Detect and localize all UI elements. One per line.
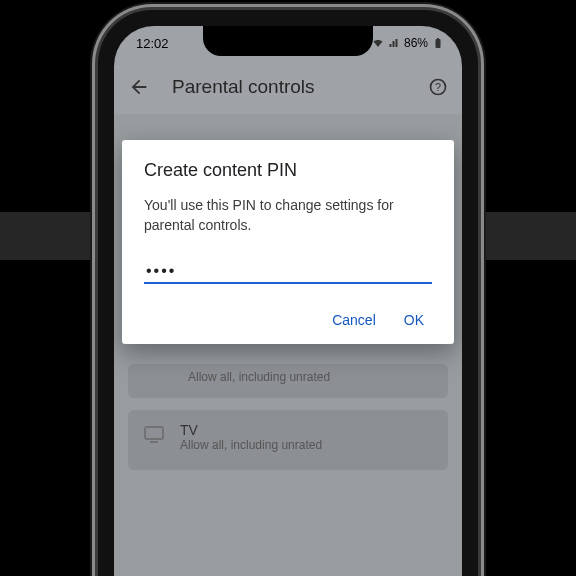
- tv-label: TV: [180, 422, 322, 438]
- back-button[interactable]: [128, 76, 150, 98]
- dialog-actions: Cancel OK: [144, 308, 432, 334]
- svg-rect-1: [437, 38, 439, 40]
- list-item-tv[interactable]: TV Allow all, including unrated: [128, 410, 448, 470]
- tv-subtitle: Allow all, including unrated: [180, 438, 322, 452]
- back-arrow-icon: [128, 76, 150, 98]
- list-item-apps[interactable]: Allow all, including unrated: [128, 364, 448, 398]
- phone-screen: 12:02 86% Parental controls ? Allow all,…: [114, 26, 462, 576]
- svg-text:?: ?: [435, 81, 441, 93]
- dialog-body: You'll use this PIN to change settings f…: [144, 195, 432, 236]
- help-icon: ?: [428, 77, 448, 97]
- apps-subtitle: Allow all, including unrated: [188, 370, 330, 384]
- ok-button[interactable]: OK: [404, 312, 424, 328]
- svg-rect-4: [145, 427, 163, 439]
- svg-rect-0: [436, 39, 441, 48]
- signal-icon: [388, 37, 400, 49]
- status-time: 12:02: [136, 36, 169, 51]
- pin-input[interactable]: ••••: [144, 258, 432, 284]
- phone-frame: 12:02 86% Parental controls ? Allow all,…: [98, 10, 478, 576]
- tv-icon: [142, 422, 166, 446]
- wifi-icon: [372, 37, 384, 49]
- dialog-title: Create content PIN: [144, 160, 432, 181]
- battery-icon: [432, 37, 444, 49]
- help-button[interactable]: ?: [428, 77, 448, 97]
- phone-notch: [203, 26, 373, 56]
- page-title: Parental controls: [172, 76, 406, 98]
- create-pin-dialog: Create content PIN You'll use this PIN t…: [122, 140, 454, 344]
- app-bar: Parental controls ?: [114, 60, 462, 114]
- status-battery: 86%: [404, 36, 428, 50]
- cancel-button[interactable]: Cancel: [332, 312, 376, 328]
